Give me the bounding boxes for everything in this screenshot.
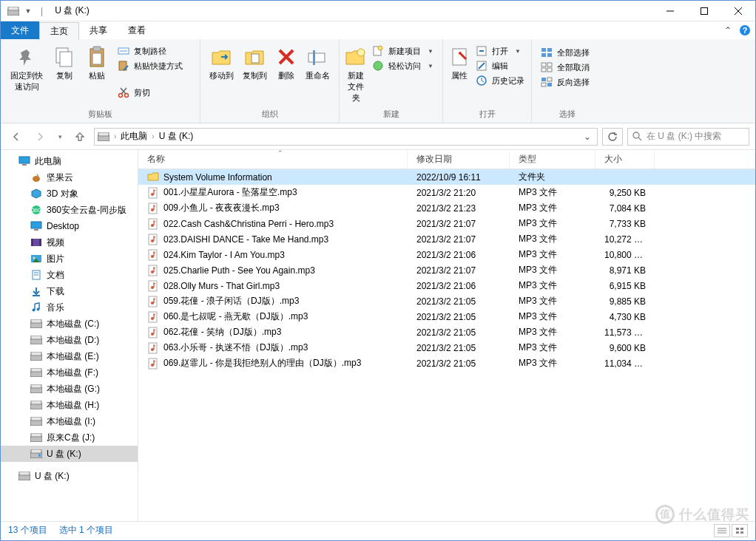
drive-icon (30, 367, 42, 378)
file-type: MP3 文件 (510, 357, 595, 370)
chevron-right-icon[interactable]: › (112, 132, 118, 140)
address-bar[interactable]: › 此电脑 › U 盘 (K:) ⌄ (94, 128, 598, 146)
nav-extra-drive[interactable]: U 盘 (K:) (1, 468, 138, 484)
video-icon (30, 237, 42, 248)
open-menu-button[interactable]: 打开▼ (476, 45, 524, 57)
file-name: 028.Olly Murs - That Girl.mp3 (163, 281, 280, 291)
file-date: 2021/3/2 21:06 (408, 250, 510, 260)
nav-item[interactable]: 3D 对象 (1, 186, 138, 202)
nav-this-pc[interactable]: 此电脑 (1, 153, 138, 169)
forward-button[interactable] (30, 127, 50, 146)
select-all-button[interactable]: 全部选择 (541, 47, 590, 58)
svg-rect-112 (736, 531, 739, 534)
file-row[interactable]: 028.Olly Murs - That Girl.mp32021/3/2 21… (138, 278, 755, 293)
delete-button[interactable]: 删除 (271, 42, 300, 107)
nav-item[interactable]: 本地磁盘 (I:) (1, 413, 138, 429)
pin-quick-access-button[interactable]: 固定到快 速访问 (5, 42, 48, 107)
file-row[interactable]: 069.赵霏儿 - 你是我拒绝别人的理由（DJ版）.mp32021/3/2 21… (138, 355, 755, 371)
tab-home[interactable]: 主页 (39, 22, 79, 40)
rename-button[interactable]: 重命名 (301, 42, 334, 107)
edit-button[interactable]: 编辑 (476, 60, 524, 72)
nav-item-label: 视频 (47, 237, 64, 249)
back-button[interactable] (7, 127, 26, 146)
easy-access-button[interactable]: 轻松访问▼ (372, 60, 433, 72)
nav-item[interactable]: 本地磁盘 (C:) (1, 316, 138, 332)
file-row[interactable]: 001.小星星Aurora - 坠落星空.mp32021/3/2 21:20MP… (138, 185, 755, 200)
minimize-button[interactable] (653, 1, 687, 21)
tab-share[interactable]: 共享 (79, 21, 118, 39)
file-name: 063.小乐哥 - 执迷不悟（DJ版）.mp3 (163, 341, 308, 354)
col-type[interactable]: 类型 (510, 150, 595, 169)
nav-item[interactable]: 本地磁盘 (E:) (1, 348, 138, 364)
history-button[interactable]: 历史记录 (476, 75, 524, 86)
col-name[interactable]: 名称 (138, 150, 408, 169)
view-details-button[interactable] (714, 524, 730, 537)
column-header[interactable]: 名称 ⌃ 修改日期 类型 大小 (138, 150, 755, 169)
breadcrumb-pc[interactable]: 此电脑 (121, 130, 147, 143)
address-dropdown[interactable]: ⌄ (581, 132, 594, 142)
new-folder-button[interactable]: 新建 文件夹 (344, 42, 368, 107)
nav-item[interactable]: U 盘 (K:) (1, 446, 138, 462)
tab-view[interactable]: 查看 (118, 21, 156, 39)
select-none-button[interactable]: 全部取消 (541, 61, 590, 73)
nav-item-label: 坚果云 (47, 171, 73, 184)
up-button[interactable] (70, 127, 90, 146)
tab-file[interactable]: 文件 (1, 21, 39, 39)
nav-item[interactable]: 文档 (1, 267, 138, 283)
file-row[interactable]: System Volume Information2022/10/9 16:11… (138, 169, 755, 185)
nav-item[interactable]: 视频 (1, 234, 138, 251)
nav-item[interactable]: 原来C盘 (J:) (1, 429, 138, 446)
qat-dropdown-icon[interactable]: ▼ (21, 4, 35, 18)
view-icons-button[interactable] (732, 524, 748, 537)
drive-icon (7, 4, 20, 18)
nav-item[interactable]: 本地磁盘 (G:) (1, 381, 138, 397)
refresh-button[interactable] (602, 128, 623, 146)
file-row[interactable]: 059.花僮 - 浪子闲话（DJ版）.mp32021/3/2 21:05MP3 … (138, 293, 755, 309)
copy-to-button[interactable]: 复制到 (238, 42, 271, 107)
file-pane: 名称 ⌃ 修改日期 类型 大小 System Volume Informatio… (138, 150, 755, 521)
nav-pane[interactable]: 此电脑 坚果云3D 对象360360安全云盘-同步版Desktop视频图片文档下… (1, 150, 138, 521)
group-organize-label: 组织 (205, 107, 334, 123)
paste-shortcut-button[interactable]: 粘贴快捷方式 (118, 60, 183, 72)
nav-item[interactable]: Desktop (1, 218, 138, 234)
copy-path-button[interactable]: 复制路径 (118, 45, 183, 57)
move-to-button[interactable]: 移动到 (205, 42, 238, 107)
nav-item[interactable]: 图片 (1, 251, 138, 267)
col-size[interactable]: 大小 (595, 150, 655, 169)
file-row[interactable]: 062.花僮 - 笑纳（DJ版）.mp32021/3/2 21:05MP3 文件… (138, 324, 755, 340)
file-row[interactable]: 024.Kim Taylor - I Am You.mp32021/3/2 21… (138, 247, 755, 262)
nav-item[interactable]: 音乐 (1, 299, 138, 316)
nav-item[interactable]: 本地磁盘 (D:) (1, 332, 138, 348)
nav-item[interactable]: 坚果云 (1, 169, 138, 186)
copy-button[interactable]: 复制 (48, 42, 81, 107)
cut-button[interactable]: 剪切 (118, 86, 183, 98)
chevron-right-icon[interactable]: › (150, 132, 155, 140)
file-row[interactable]: 009.小鱼儿 - 夜夜夜漫长.mp32021/3/2 21:23MP3 文件7… (138, 200, 755, 216)
svg-rect-12 (92, 53, 101, 64)
group-new-label: 新建 (344, 107, 438, 123)
paste-button[interactable]: 粘贴 (81, 42, 113, 107)
file-row[interactable]: 060.是七叔呢 - 燕无歇（DJ版）.mp32021/3/2 21:05MP3… (138, 309, 755, 324)
nav-item[interactable]: 本地磁盘 (H:) (1, 397, 138, 413)
file-row[interactable]: 063.小乐哥 - 执迷不悟（DJ版）.mp32021/3/2 21:05MP3… (138, 340, 755, 355)
properties-button[interactable]: 属性 (448, 42, 471, 107)
help-icon[interactable]: ? (739, 24, 751, 36)
file-row[interactable]: 022.Cash Cash&Christina Perri - Hero.mp3… (138, 216, 755, 231)
col-date[interactable]: 修改日期 (408, 150, 510, 169)
nav-item[interactable]: 下载 (1, 283, 138, 299)
ribbon-collapse-icon[interactable]: ⌃ (724, 25, 732, 35)
close-button[interactable] (721, 1, 755, 21)
nav-item[interactable]: 360360安全云盘-同步版 (1, 202, 138, 218)
invert-selection-button[interactable]: 反向选择 (541, 76, 590, 88)
new-item-button[interactable]: 新建项目▼ (372, 45, 433, 57)
search-input[interactable]: 在 U 盘 (K:) 中搜索 (627, 128, 749, 146)
nav-item[interactable]: 本地磁盘 (F:) (1, 364, 138, 381)
file-row[interactable]: 023.DAISHI DANCE - Take Me Hand.mp32021/… (138, 231, 755, 247)
breadcrumb-drive[interactable]: U 盘 (K:) (159, 130, 194, 143)
svg-rect-110 (736, 528, 739, 530)
file-list[interactable]: System Volume Information2022/10/9 16:11… (138, 169, 755, 521)
file-size: 7,084 KB (595, 203, 655, 214)
recent-dropdown[interactable]: ▾ (54, 127, 66, 146)
file-row[interactable]: 025.Charlie Puth - See You Again.mp32021… (138, 262, 755, 278)
maximize-button[interactable] (687, 1, 721, 21)
